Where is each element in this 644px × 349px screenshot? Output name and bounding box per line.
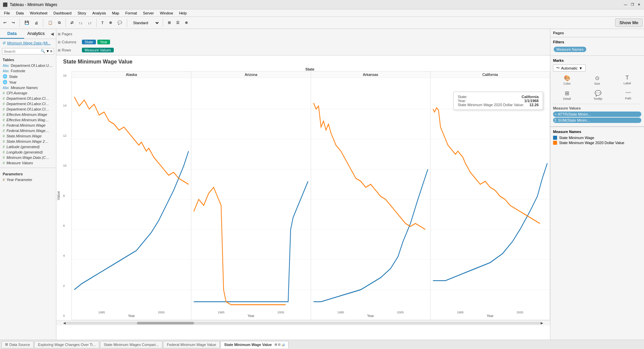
rows-shelf: ⊞ Rows Measure Values: [56, 46, 550, 54]
tab-icon-grid2[interactable]: ⊟: [278, 343, 281, 346]
tab-data[interactable]: Data: [0, 29, 24, 39]
field-longitude[interactable]: # Longitude (generated): [0, 149, 56, 155]
field-measure-names[interactable]: Abc Measure Names: [0, 85, 56, 90]
minimize-button[interactable]: —: [623, 2, 628, 7]
toolbar-standard-dropdown[interactable]: Standard: [130, 19, 160, 27]
field-effective-min-wage2[interactable]: # Effective.Minimum.Wage...: [0, 117, 56, 123]
marks-tooltip-btn[interactable]: 💬 Tooltip: [592, 89, 604, 102]
arkansas-xlabel: Year: [311, 314, 430, 318]
toolbar-sort-asc[interactable]: ↑↓: [77, 19, 85, 26]
menu-worksheet[interactable]: Worksheet: [27, 10, 50, 16]
column-pill-year[interactable]: Year: [97, 40, 110, 44]
menu-map[interactable]: Map: [109, 10, 122, 16]
sort-icon[interactable]: ≡: [50, 49, 52, 53]
scroll-left-btn[interactable]: ◀: [63, 321, 66, 325]
field-measure-values[interactable]: # Measure Values: [0, 160, 56, 166]
tooltip-box: State: California Year: 1/1/1968 State M…: [453, 92, 543, 110]
tab-exploring-changes[interactable]: Exploring Wage Changes Over Ti...: [34, 341, 99, 348]
field-cpi[interactable]: # CPI.Average: [0, 90, 56, 96]
marks-type-dropdown[interactable]: 〜 Automatic ▼: [553, 64, 586, 72]
panel-header-arizona: Arizona: [191, 72, 310, 78]
toolbar-share[interactable]: ⊕: [183, 19, 190, 26]
column-pill-state[interactable]: State: [82, 40, 96, 44]
menu-window[interactable]: Window: [157, 10, 176, 16]
field-effective-min-wage[interactable]: # Effective.Minimum.Wage: [0, 112, 56, 117]
menu-format[interactable]: Format: [122, 10, 140, 16]
tab-analytics[interactable]: Analytics: [24, 29, 48, 39]
data-source-label[interactable]: Minimum Wage Data (Mi...: [7, 41, 51, 45]
menu-file[interactable]: File: [1, 10, 13, 16]
menu-dashboard[interactable]: Dashboard: [51, 10, 74, 16]
toolbar-undo[interactable]: ↩: [1, 19, 8, 26]
toolbar-save[interactable]: 💾: [22, 19, 31, 26]
tooltip-year-value: 1/1/1968: [524, 99, 539, 103]
marks-color-btn[interactable]: 🎨 Color: [562, 74, 572, 87]
filter-pill-measure-names[interactable]: Measure Names: [554, 47, 586, 52]
marks-detail-btn[interactable]: ⊞ Detail: [562, 89, 572, 102]
field-year[interactable]: 🌐 Year: [0, 79, 56, 85]
search-icons: 🔍 ▼ ≡: [41, 49, 52, 53]
mv-pill-sum[interactable]: Σ SUM(State Minim...: [553, 118, 641, 123]
field-state-min-wage2[interactable]: # State.Minimum.Wage 202...: [0, 139, 56, 144]
maximize-button[interactable]: ❐: [630, 2, 635, 7]
toolbar-duplicate[interactable]: ⧉: [56, 19, 63, 26]
marks-size-btn[interactable]: ⊙ Size: [593, 74, 601, 87]
measure-values-marks-section: Measure Values ≈ ATTR(State Minim... Σ S…: [553, 104, 641, 123]
toolbar-mark[interactable]: ⊕: [107, 19, 114, 26]
title-bar-right[interactable]: — ❐ ✕: [623, 2, 641, 7]
tooltip-wage-value: 12.26: [529, 103, 539, 107]
field-dept-labor-cle-3[interactable]: # Department.Of.Labor.Cle...: [0, 106, 56, 112]
bottom-tabs: ⊞ Data Source Exploring Wage Changes Ove…: [0, 340, 644, 349]
tab-icon-chart[interactable]: 📊: [281, 343, 285, 346]
field-min-wage-data-count[interactable]: # Minimum.Wage.Data (Cou...: [0, 155, 56, 160]
tab-icon-grid1[interactable]: ⊞: [275, 343, 277, 346]
toolbar-print[interactable]: 🖨: [33, 19, 40, 26]
chart-panel-california: California: [431, 72, 550, 320]
scroll-right-btn[interactable]: ▶: [541, 321, 543, 325]
toolbar-view-list[interactable]: ☰: [174, 19, 182, 26]
field-latitude[interactable]: # Latitude (generated): [0, 144, 56, 149]
field-footnote[interactable]: Abc Footnote: [0, 68, 56, 74]
toolbar-tooltip[interactable]: 💬: [115, 19, 124, 26]
mv-pill-attr[interactable]: ≈ ATTR(State Minim...: [553, 112, 641, 117]
tab-state-min-wage-value[interactable]: State Minimum Wage Value ⊞ ⊟ 📊: [220, 341, 289, 348]
field-federal-min-wage2[interactable]: # Federal.Minimum.Wage 2...: [0, 128, 56, 133]
toolbar-view-cards[interactable]: ⊞: [166, 19, 173, 26]
menu-story[interactable]: Story: [75, 10, 89, 16]
tab-data-source[interactable]: ⊞ Data Source: [1, 341, 34, 348]
tab-federal-min-wage[interactable]: Federal Minimum Wage Value: [163, 341, 220, 348]
field-dept-labor-cle-1[interactable]: # Department.Of.Labor.Cle...: [0, 96, 56, 101]
search-icon[interactable]: 🔍: [41, 49, 45, 53]
row-pill-measure-values[interactable]: Measure Values: [82, 48, 114, 52]
panel-collapse-btn[interactable]: ◀: [48, 29, 56, 39]
field-federal-min-wage[interactable]: # Federal.Minimum.Wage: [0, 123, 56, 128]
scrollbar-track[interactable]: [66, 322, 541, 324]
filter-icon[interactable]: ▼: [46, 49, 50, 53]
menu-analysis[interactable]: Analysis: [90, 10, 109, 16]
field-dept-labor-unc[interactable]: Abc Department.Of.Labor.Unc...: [0, 63, 56, 68]
close-button[interactable]: ✕: [637, 2, 641, 7]
legend-item-1[interactable]: State Minimum Wage: [553, 136, 641, 140]
field-year-parameter[interactable]: # Year Parameter: [0, 177, 56, 182]
search-input[interactable]: [4, 49, 41, 53]
toolbar-sort-desc[interactable]: ↓↑: [86, 19, 94, 26]
tab-state-min-wages-compare[interactable]: State Minimum Wages Compari...: [100, 341, 162, 348]
marks-path-btn[interactable]: 〰 Path: [624, 89, 633, 102]
show-me-button[interactable]: Show Me: [615, 18, 643, 27]
toolbar-new-worksheet[interactable]: 📋: [46, 19, 55, 26]
legend-item-2[interactable]: State Minimum Wage 2020 Dollar Value: [553, 141, 641, 145]
menu-help[interactable]: Help: [177, 10, 190, 16]
hash-icon: #: [3, 150, 5, 154]
toolbar-swap[interactable]: ⇄: [68, 19, 76, 26]
scrollbar-thumb[interactable]: [137, 322, 194, 324]
menu-data[interactable]: Data: [13, 10, 27, 16]
field-state-min-wage[interactable]: # State.Minimum.Wage: [0, 133, 56, 139]
marks-label-btn[interactable]: T Label: [622, 74, 632, 87]
field-state[interactable]: 🌐 State: [0, 74, 56, 79]
field-dept-labor-cle-2[interactable]: # Department.Of.Labor.Cle...: [0, 101, 56, 106]
toolbar-redo[interactable]: ↪: [10, 19, 17, 26]
menu-server[interactable]: Server: [140, 10, 156, 16]
toolbar-label[interactable]: T: [99, 19, 106, 26]
search-bar[interactable]: 🔍 ▼ ≡: [2, 48, 54, 54]
arizona-svg: [191, 79, 310, 320]
